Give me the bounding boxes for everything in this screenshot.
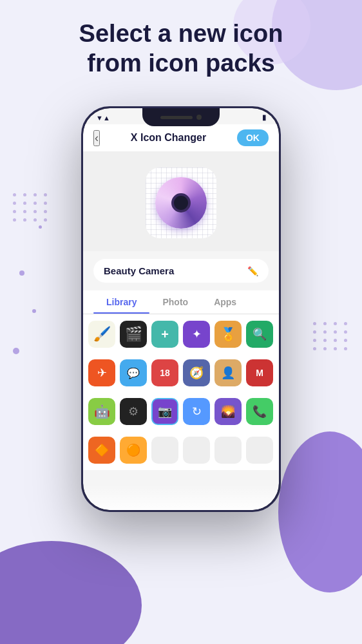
bg-blob-bottom-left	[0, 541, 142, 644]
bg-dots-left	[13, 193, 49, 222]
icon-chat[interactable]: 💬	[120, 359, 147, 386]
icon-star[interactable]: ✦	[183, 321, 210, 348]
edit-icon[interactable]: ✏️	[247, 266, 258, 276]
deco-dot-1	[19, 270, 24, 276]
icon-person[interactable]: 👤	[214, 359, 242, 386]
app-icon-preview	[155, 177, 207, 229]
app-header: ‹ X Icon Changer OK	[83, 124, 279, 151]
icon-row4-2[interactable]: 🟠	[120, 437, 147, 464]
deco-dot-3	[13, 348, 19, 354]
icon-number18[interactable]: 18	[151, 359, 178, 386]
icon-row4-1[interactable]: 🔶	[88, 437, 115, 464]
tab-library[interactable]: Library	[93, 290, 149, 314]
notch-speaker	[160, 116, 193, 119]
back-button[interactable]: ‹	[93, 130, 100, 146]
icon-compass[interactable]: 🧭	[183, 359, 210, 386]
icon-brush[interactable]: 🖌️	[88, 321, 115, 348]
bg-dots-right	[313, 322, 349, 350]
app-name-field[interactable]: Beauty Camera ✏️	[93, 259, 269, 283]
icon-row4-4[interactable]	[183, 437, 210, 464]
deco-dot-2	[32, 309, 36, 313]
bottom-fade	[83, 484, 279, 510]
icon-grid-row4: 🔶 🟠	[83, 430, 279, 470]
icon-preview-area	[83, 151, 279, 251]
icon-grid-row3: 🤖 ⚙ 📷 ↻ 🌄 📞	[83, 392, 279, 431]
deco-dot-4	[39, 225, 42, 229]
app-icon-inner	[171, 193, 191, 213]
icon-row4-6[interactable]	[246, 437, 273, 464]
icon-send[interactable]: ✈	[88, 359, 115, 386]
icon-landscape[interactable]: 🌄	[214, 398, 242, 425]
icon-film[interactable]: 🎬	[120, 321, 147, 348]
signal-icon: ▼▲	[96, 114, 110, 122]
headline-line2: from icon packs	[87, 50, 274, 77]
icon-refresh[interactable]: ↻	[183, 398, 210, 425]
battery-icon: ▮	[262, 113, 266, 122]
app-name-text: Beauty Camera	[104, 265, 174, 276]
icon-search[interactable]: 🔍	[246, 321, 273, 348]
icon-plus[interactable]: +	[151, 321, 178, 348]
icon-settings-dark[interactable]: ⚙	[120, 398, 147, 425]
phone-frame: ▼▲ 12:30 ▮ ‹ X Icon Changer OK Beauty Ca…	[81, 106, 281, 512]
phone-notch	[142, 108, 220, 126]
ok-button[interactable]: OK	[237, 129, 269, 146]
notch-camera	[196, 115, 202, 120]
app-title: X Icon Changer	[131, 132, 206, 144]
phone-screen: ▼▲ 12:30 ▮ ‹ X Icon Changer OK Beauty Ca…	[83, 108, 279, 510]
icon-phone[interactable]: 📞	[246, 398, 273, 425]
icon-row4-3[interactable]	[151, 437, 178, 464]
icon-headphone[interactable]: M	[246, 359, 273, 386]
tab-apps[interactable]: Apps	[201, 290, 249, 314]
icon-award[interactable]: 🏅	[214, 321, 242, 348]
icon-android[interactable]: 🤖	[88, 398, 115, 425]
icon-camera-selected[interactable]: 📷	[151, 398, 178, 425]
bg-blob-bottom-right	[278, 431, 362, 592]
icon-grid-row2: ✈ 💬 18 🧭 👤 M	[83, 353, 279, 393]
icon-row4-5[interactable]	[214, 437, 242, 464]
tabs-bar: Library Photo Apps	[83, 290, 279, 314]
headline-line1: Select a new icon	[79, 20, 283, 47]
icon-preview-box	[146, 167, 216, 238]
status-right: ▮	[262, 113, 266, 122]
status-left: ▼▲	[96, 114, 110, 122]
icon-grid-row1: 🖌️ 🎬 + ✦ 🏅 🔍	[83, 314, 279, 354]
tab-photo[interactable]: Photo	[149, 290, 201, 314]
headline: Select a new icon from icon packs	[0, 19, 362, 78]
